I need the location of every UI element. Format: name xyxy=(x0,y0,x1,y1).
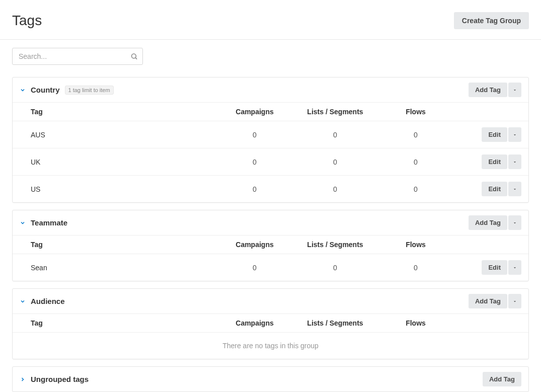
content-area: Country1 tag limit to itemAdd TagTagCamp… xyxy=(0,40,541,392)
tag-group-country: Country1 tag limit to itemAdd TagTagCamp… xyxy=(12,77,529,203)
chevron-right-icon[interactable] xyxy=(20,376,26,382)
tag-group-teammate: TeammateAdd TagTagCampaignsLists / Segme… xyxy=(12,210,529,281)
edit-button[interactable]: Edit xyxy=(482,182,507,196)
tag-name: US xyxy=(31,185,219,193)
col-header-flows: Flows xyxy=(380,108,451,116)
tag-campaigns-count: 0 xyxy=(219,131,290,139)
table-row: Sean000Edit xyxy=(13,254,528,281)
row-actions: Edit xyxy=(451,260,521,275)
add-tag-button[interactable]: Add Tag xyxy=(469,294,507,308)
caret-down-icon xyxy=(512,132,517,137)
edit-button[interactable]: Edit xyxy=(482,260,507,275)
add-tag-button-group: Add Tag xyxy=(469,294,521,308)
edit-button[interactable]: Edit xyxy=(482,154,507,169)
group-title: Teammate xyxy=(31,218,67,227)
table-header: TagCampaignsLists / SegmentsFlows xyxy=(13,102,528,121)
search-wrap xyxy=(12,48,143,65)
add-tag-button-group: Add Tag xyxy=(483,372,521,386)
col-header-campaigns: Campaigns xyxy=(219,241,290,249)
edit-button[interactable]: Edit xyxy=(482,127,507,142)
empty-group-message: There are no tags in this group xyxy=(13,332,528,359)
col-header-tag: Tag xyxy=(31,241,219,249)
add-tag-button[interactable]: Add Tag xyxy=(469,215,507,230)
page-title: Tags xyxy=(12,13,42,29)
add-tag-button-group: Add Tag xyxy=(469,215,521,230)
tag-lists_segments-count: 0 xyxy=(290,185,380,193)
tag-flows-count: 0 xyxy=(380,158,451,166)
group-title: Audience xyxy=(31,297,65,305)
caret-down-icon xyxy=(512,88,517,93)
col-header-tag: Tag xyxy=(31,319,219,327)
col-header-lists-segments: Lists / Segments xyxy=(290,319,380,327)
table-header: TagCampaignsLists / SegmentsFlows xyxy=(13,313,528,332)
tag-lists_segments-count: 0 xyxy=(290,158,380,166)
chevron-down-icon[interactable] xyxy=(20,298,26,304)
tag-flows-count: 0 xyxy=(380,264,451,272)
group-header: TeammateAdd Tag xyxy=(13,210,528,235)
group-title: Ungrouped tags xyxy=(31,375,89,383)
add-tag-button[interactable]: Add Tag xyxy=(469,83,507,97)
edit-dropdown-button[interactable] xyxy=(508,154,521,169)
edit-dropdown-button[interactable] xyxy=(508,260,521,275)
search-input[interactable] xyxy=(12,48,143,65)
edit-dropdown-button[interactable] xyxy=(508,127,521,142)
edit-button-group: Edit xyxy=(482,127,521,142)
group-header: Country1 tag limit to itemAdd Tag xyxy=(13,77,528,102)
caret-down-icon xyxy=(512,265,517,270)
tag-name: Sean xyxy=(31,264,219,272)
row-actions: Edit xyxy=(451,182,521,196)
chevron-down-icon[interactable] xyxy=(20,220,26,226)
col-header-lists-segments: Lists / Segments xyxy=(290,108,380,116)
tag-limit-badge: 1 tag limit to item xyxy=(65,86,114,95)
add-tag-button[interactable]: Add Tag xyxy=(483,372,521,386)
add-tag-dropdown-button[interactable] xyxy=(508,294,521,308)
add-tag-dropdown-button[interactable] xyxy=(508,215,521,230)
col-header-campaigns: Campaigns xyxy=(219,108,290,116)
table-row: US000Edit xyxy=(13,175,528,202)
page-header: Tags Create Tag Group xyxy=(0,0,541,40)
tag-flows-count: 0 xyxy=(380,131,451,139)
tag-campaigns-count: 0 xyxy=(219,185,290,193)
add-tag-dropdown-button[interactable] xyxy=(508,83,521,97)
tag-group-audience: AudienceAdd TagTagCampaignsLists / Segme… xyxy=(12,288,529,359)
caret-down-icon xyxy=(512,187,517,192)
table-row: UK000Edit xyxy=(13,148,528,175)
tag-name: AUS xyxy=(31,131,219,139)
tag-campaigns-count: 0 xyxy=(219,264,290,272)
edit-dropdown-button[interactable] xyxy=(508,182,521,196)
group-header: AudienceAdd Tag xyxy=(13,289,528,313)
tag-group-ungrouped: Ungrouped tagsAdd Tag xyxy=(12,366,529,392)
row-actions: Edit xyxy=(451,154,521,169)
create-tag-group-button[interactable]: Create Tag Group xyxy=(454,12,529,29)
tag-flows-count: 0 xyxy=(380,185,451,193)
col-header-flows: Flows xyxy=(380,319,451,327)
tag-campaigns-count: 0 xyxy=(219,158,290,166)
chevron-down-icon[interactable] xyxy=(20,87,26,93)
caret-down-icon xyxy=(512,160,517,165)
caret-down-icon xyxy=(512,299,517,304)
edit-button-group: Edit xyxy=(482,154,521,169)
edit-button-group: Edit xyxy=(482,260,521,275)
tag-lists_segments-count: 0 xyxy=(290,264,380,272)
add-tag-button-group: Add Tag xyxy=(469,83,521,97)
group-header: Ungrouped tagsAdd Tag xyxy=(13,367,528,391)
table-header: TagCampaignsLists / SegmentsFlows xyxy=(13,235,528,254)
tag-lists_segments-count: 0 xyxy=(290,131,380,139)
col-header-campaigns: Campaigns xyxy=(219,319,290,327)
group-title: Country xyxy=(31,86,60,94)
edit-button-group: Edit xyxy=(482,182,521,196)
col-header-tag: Tag xyxy=(31,108,219,116)
table-row: AUS000Edit xyxy=(13,121,528,148)
col-header-lists-segments: Lists / Segments xyxy=(290,241,380,249)
col-header-flows: Flows xyxy=(380,241,451,249)
caret-down-icon xyxy=(512,220,517,225)
tag-name: UK xyxy=(31,158,219,166)
row-actions: Edit xyxy=(451,127,521,142)
